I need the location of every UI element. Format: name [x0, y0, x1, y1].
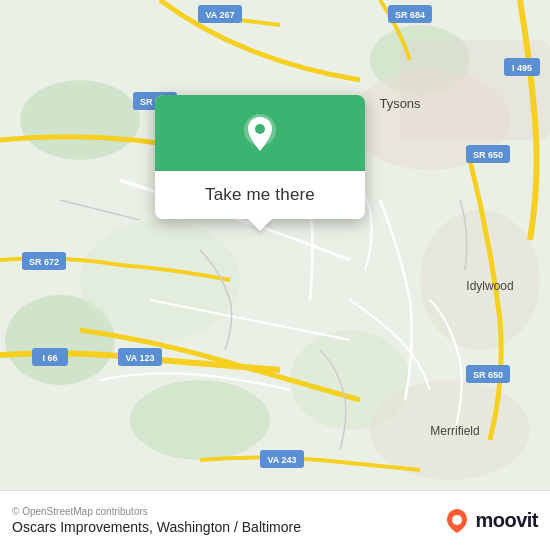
moovit-pin-icon — [443, 507, 471, 535]
moovit-logo: moovit — [443, 507, 538, 535]
svg-point-1 — [20, 80, 140, 160]
location-popup: Take me there — [155, 95, 365, 219]
svg-text:VA 267: VA 267 — [205, 10, 234, 20]
svg-text:SR 684: SR 684 — [395, 10, 425, 20]
svg-point-36 — [452, 515, 462, 525]
svg-text:VA 243: VA 243 — [267, 455, 296, 465]
svg-text:I 495: I 495 — [512, 63, 532, 73]
svg-point-35 — [255, 124, 265, 134]
svg-point-4 — [130, 380, 270, 460]
svg-text:SR 650: SR 650 — [473, 370, 503, 380]
moovit-text: moovit — [475, 509, 538, 532]
svg-text:SR 650: SR 650 — [473, 150, 503, 160]
svg-text:VA 123: VA 123 — [125, 353, 154, 363]
location-title: Oscars Improvements, Washington / Baltim… — [12, 519, 301, 535]
popup-tail — [248, 219, 272, 231]
map-background: SR 675 VA 267 SR 684 I 495 SR 650 SR 650… — [0, 0, 550, 490]
bottom-bar: © OpenStreetMap contributors Oscars Impr… — [0, 490, 550, 550]
map-container: SR 675 VA 267 SR 684 I 495 SR 650 SR 650… — [0, 0, 550, 490]
svg-text:Merrifield: Merrifield — [430, 424, 479, 438]
popup-header — [155, 95, 365, 171]
bottom-left-info: © OpenStreetMap contributors Oscars Impr… — [12, 506, 301, 535]
svg-text:Idylwood: Idylwood — [466, 279, 513, 293]
svg-text:SR 672: SR 672 — [29, 257, 59, 267]
copyright-text: © OpenStreetMap contributors — [12, 506, 301, 517]
svg-text:Tysons: Tysons — [379, 96, 421, 111]
popup-button-section[interactable]: Take me there — [155, 171, 365, 219]
take-me-there-button[interactable]: Take me there — [205, 185, 315, 205]
svg-text:I 66: I 66 — [42, 353, 57, 363]
location-pin-icon — [238, 113, 282, 157]
svg-point-6 — [80, 220, 240, 340]
